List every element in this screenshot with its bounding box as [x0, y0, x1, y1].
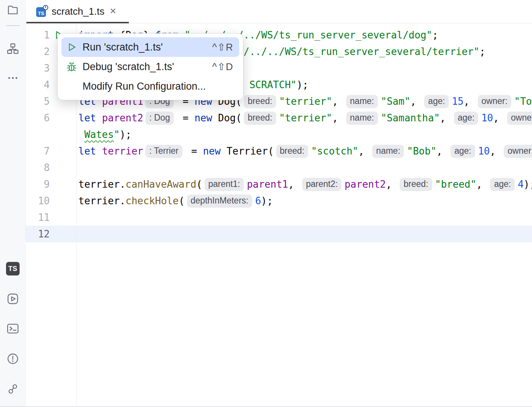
inlay-hint[interactable]: owner:	[504, 145, 532, 158]
code-line[interactable]: 7let terrier: Terrier = new Terrier(bree…	[26, 143, 532, 159]
code-token: ,	[476, 179, 488, 190]
code-token: );	[261, 195, 273, 207]
tab-title: scratch_1.ts	[52, 6, 104, 17]
code-token: =	[185, 145, 203, 157]
code-text: terrier.canHaveAward(parent1:parent1, pa…	[78, 178, 532, 191]
terminal-icon	[6, 322, 19, 337]
code-token: 15	[452, 96, 463, 107]
line-number: 9	[26, 179, 50, 190]
code-token: ,	[332, 112, 344, 124]
code-token: "../../../../WS/ts_run_server_several/te…	[208, 46, 479, 57]
code-text: let terrier: Terrier = new Terrier(breed…	[78, 145, 532, 158]
typescript-badge-icon: TS	[6, 262, 20, 275]
line-number: 3	[26, 63, 50, 74]
code-token: "breed"	[435, 179, 477, 190]
code-line[interactable]: 6let parent2: Dog = new Dog(breed:"terri…	[26, 110, 532, 126]
code-line[interactable]: Wates");	[26, 126, 532, 143]
code-token: terrier.	[78, 179, 125, 190]
close-tab-icon[interactable]	[109, 7, 117, 16]
structure-tool-button[interactable]	[4, 40, 22, 58]
code-token: terrier.	[78, 195, 125, 207]
code-token: "Tom	[514, 96, 532, 107]
version-control-tool-button[interactable]	[4, 381, 22, 399]
code-text: let parent2: Dog = new Dog(breed:"terrie…	[78, 112, 532, 125]
code-token: 10	[481, 112, 493, 124]
code-token: 6	[255, 195, 261, 207]
run-icon	[66, 41, 77, 53]
debug-icon	[66, 61, 77, 72]
inlay-hint[interactable]: : Terrier	[145, 145, 182, 158]
inlay-hint[interactable]: name:	[346, 112, 378, 125]
more-icon	[6, 72, 19, 86]
problems-tool-button[interactable]	[4, 350, 22, 369]
code-line-current[interactable]: 12	[26, 226, 532, 242]
activity-bar: TS	[0, 0, 26, 407]
inlay-hint[interactable]: breed:	[244, 95, 276, 108]
inlay-hint[interactable]: name:	[372, 145, 404, 158]
code-token: ,	[463, 96, 475, 107]
code-line[interactable]: 10terrier.checkHole(depthInMeters:6);	[26, 193, 532, 209]
inlay-hint[interactable]: breed:	[400, 178, 432, 191]
inlay-hint[interactable]: owner:	[478, 95, 511, 108]
line-number: 4	[26, 79, 50, 90]
inlay-hint[interactable]: age:	[454, 112, 478, 125]
code-token: "scotch"	[311, 145, 358, 157]
code-line[interactable]: 8	[26, 159, 532, 176]
inlay-hint[interactable]: age:	[490, 178, 515, 191]
code-token: (	[196, 179, 202, 190]
code-text: terrier.checkHole(depthInMeters:6);	[78, 194, 273, 208]
more-tools-button[interactable]	[4, 70, 22, 88]
ide-window: TS TS scrat	[0, 0, 532, 407]
run-tool-button[interactable]	[4, 291, 22, 309]
tab-scratch-1-ts[interactable]: TS scratch_1.ts	[29, 0, 124, 23]
code-token	[78, 129, 84, 140]
code-token: checkHole	[125, 195, 179, 207]
code-token: (	[179, 195, 185, 207]
code-token: terrier	[102, 145, 144, 157]
menu-item-debug[interactable]: Debug 'scratch_1.ts' ^⇧D	[61, 57, 239, 77]
code-token	[96, 112, 102, 124]
inlay-hint[interactable]: parent2:	[302, 178, 341, 191]
code-token: ,	[288, 179, 300, 190]
run-context-menu: Run 'scratch_1.ts' ^⇧R Debug 'scratch_1.…	[57, 33, 243, 100]
project-tool-button[interactable]	[4, 2, 22, 20]
typescript-tool-button[interactable]: TS	[4, 260, 22, 278]
code-token	[96, 145, 102, 157]
code-token: ,	[386, 179, 397, 190]
inlay-hint[interactable]: depthInMeters:	[187, 194, 252, 208]
code-token: canHaveAward	[125, 179, 196, 190]
code-token: ,	[490, 145, 501, 157]
line-number: 8	[26, 162, 50, 173]
code-token: "Sam"	[381, 96, 410, 107]
code-token: ,	[358, 145, 370, 157]
structure-icon	[6, 42, 19, 57]
code-token: parent1	[247, 179, 288, 190]
menu-item-modify-run-configuration[interactable]: Modify Run Configuration...	[61, 77, 239, 96]
inlay-hint[interactable]: age:	[424, 95, 449, 108]
line-number: 2	[26, 46, 50, 57]
inlay-hint[interactable]: owner:	[507, 112, 532, 125]
code-token: 4	[518, 179, 524, 190]
inlay-hint[interactable]: breed:	[244, 112, 276, 125]
problems-icon	[6, 352, 19, 367]
line-number: 6	[26, 112, 50, 124]
menu-item-run[interactable]: Run 'scratch_1.ts' ^⇧R	[61, 37, 239, 57]
code-token: Wates	[84, 129, 114, 140]
inlay-hint[interactable]: breed:	[276, 145, 308, 158]
inlay-hint[interactable]: age:	[451, 145, 475, 158]
code-line[interactable]: 9terrier.canHaveAward(parent1:parent1, p…	[26, 176, 532, 193]
inlay-hint[interactable]: : Dog	[145, 112, 174, 125]
run-window-icon	[6, 292, 19, 307]
code-token: new	[194, 112, 212, 124]
inlay-hint[interactable]: name:	[346, 95, 378, 108]
code-token: );	[297, 79, 308, 90]
code-token: 10	[478, 145, 490, 157]
shortcut-hint: ^⇧D	[212, 61, 233, 73]
code-token: );	[120, 129, 131, 140]
code-line[interactable]: 11	[26, 209, 532, 226]
inlay-hint[interactable]: parent1:	[205, 178, 244, 191]
terminal-tool-button[interactable]	[4, 320, 22, 338]
active-tab-indicator	[26, 22, 129, 23]
empty-icon-slot	[66, 81, 77, 92]
code-token: ,	[437, 145, 448, 157]
